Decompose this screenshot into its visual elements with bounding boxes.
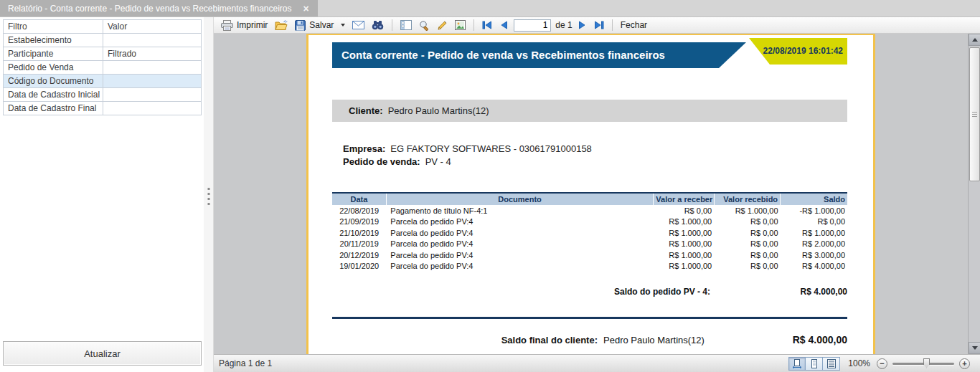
page-number-input[interactable] (514, 19, 551, 32)
cell-valor-a-receber: R$ 1.000,00 (654, 249, 714, 261)
pencil-icon (437, 20, 448, 31)
multi-page-icon (826, 359, 837, 368)
pedido-line: Pedido de venda:PV - 4 (343, 156, 847, 168)
panel-splitter[interactable] (204, 17, 214, 372)
cell-valor-recebido: R$ 0,00 (714, 261, 780, 272)
cell-valor-recebido: R$ 1.000,00 (714, 205, 780, 216)
cell-documento: Pagamento de título NF-4:1 (386, 205, 654, 216)
filter-value-cell[interactable] (103, 102, 202, 115)
report-table-row: 21/10/2019 Parcela do pedido PV:4 R$ 1.0… (332, 227, 847, 239)
report-table-header-row: Data Documento Valor a receber Valor rec… (332, 193, 847, 205)
edit-button[interactable] (435, 19, 449, 32)
vertical-scrollbar[interactable] (968, 34, 980, 354)
filter-name-cell[interactable]: Pedido de Venda (4, 61, 103, 75)
filter-value-cell[interactable] (103, 88, 202, 102)
filter-row[interactable]: Estabelecimento (4, 34, 202, 47)
open-button[interactable] (273, 19, 289, 31)
report-datetime: 22/08/2019 16:01:42 (763, 46, 843, 56)
cell-data: 19/01/2020 (332, 261, 386, 272)
report-table-row: 22/08/2019 Pagamento de título NF-4:1 R$… (332, 205, 847, 216)
splitter-grip-icon[interactable] (207, 188, 209, 205)
col-header-documento: Documento (386, 193, 654, 205)
email-button[interactable] (351, 20, 366, 30)
report-page: Conta corrente - Pedido de venda vs Rece… (306, 34, 875, 354)
multi-page-button[interactable] (823, 357, 840, 371)
filter-value-cell[interactable] (103, 34, 202, 47)
saldo-final-value: R$ 4.000,00 (705, 334, 847, 345)
zoom-out-icon: − (880, 359, 884, 368)
filter-value-cell[interactable]: Filtrado (103, 47, 202, 61)
fechar-button[interactable]: Fechar (619, 19, 649, 31)
cell-valor-a-receber: R$ 1.000,00 (654, 227, 714, 239)
zoom-in-button[interactable]: + (959, 358, 970, 369)
scrollbar-thumb[interactable] (969, 47, 980, 181)
thumbnails-button[interactable] (399, 19, 413, 31)
col-header-valor-a-receber: Valor a receber (654, 193, 714, 205)
save-dropdown-button[interactable] (339, 23, 347, 27)
report-table-row: 20/11/2019 Parcela do pedido PV:4 R$ 1.0… (332, 239, 847, 250)
close-icon[interactable]: × (303, 4, 309, 14)
filter-row[interactable]: Pedido de Venda (4, 61, 202, 75)
prev-page-button[interactable] (498, 20, 509, 30)
filter-row[interactable]: Data de Cadastro Final (4, 102, 202, 115)
cell-saldo: R$ 4.000,00 (781, 261, 847, 272)
search-button[interactable] (370, 19, 385, 31)
print-label: Imprimir (237, 20, 268, 30)
save-button[interactable]: Salvar (293, 19, 335, 32)
cell-data: 20/12/2019 (332, 249, 386, 261)
zoom-slider[interactable] (892, 363, 954, 365)
filter-grid: Filtro Valor Estabelecimento Participant… (3, 19, 202, 115)
report-datetime-badge: 22/08/2019 16:01:42 (749, 38, 847, 65)
col-header-saldo: Saldo (781, 193, 847, 205)
first-page-button[interactable] (481, 20, 494, 30)
last-page-button[interactable] (593, 20, 606, 30)
cliente-band: Cliente:Pedro Paulo Martins(12) (332, 100, 847, 122)
scroll-up-button[interactable] (969, 34, 980, 46)
page-setup-button[interactable] (418, 19, 431, 32)
filter-value-cell[interactable] (103, 61, 202, 75)
filter-row[interactable]: Data de Cadastro Inicial (4, 88, 202, 102)
next-page-button[interactable] (577, 20, 588, 30)
filter-name-cell[interactable]: Estabelecimento (4, 34, 103, 47)
page-width-button[interactable] (788, 357, 806, 371)
zoom-out-button[interactable]: − (877, 358, 887, 369)
cell-documento: Parcela do pedido PV:4 (386, 227, 654, 239)
cell-saldo: R$ 2.000,00 (781, 239, 847, 250)
filter-row[interactable]: Participante Filtrado (4, 47, 202, 61)
single-page-icon (809, 359, 819, 368)
filter-grid-body: Filtro Valor Estabelecimento Participant… (4, 20, 202, 115)
zoom-slider-thumb[interactable] (923, 358, 930, 368)
filter-name-cell[interactable]: Código do Documento (4, 75, 103, 88)
save-label: Salvar (309, 20, 334, 30)
page-width-icon (792, 359, 802, 368)
cell-data: 21/09/2019 (332, 216, 386, 228)
watermark-button[interactable] (453, 19, 467, 31)
cliente-label: Cliente: (349, 105, 383, 116)
binoculars-icon (372, 20, 384, 30)
zoom-level: 100% (848, 358, 870, 368)
filter-name-cell[interactable]: Participante (4, 47, 103, 61)
cell-saldo: -R$ 1.000,00 (781, 205, 847, 216)
caret-down-icon (341, 24, 345, 27)
filter-header-row: Filtro Valor (4, 20, 202, 34)
filter-row[interactable]: Código do Documento (4, 75, 202, 88)
cell-valor-recebido: R$ 0,00 (714, 239, 780, 250)
filter-header-valor: Valor (103, 20, 202, 34)
last-page-icon (594, 21, 604, 29)
scroll-down-button[interactable] (969, 342, 980, 354)
filter-value-cell[interactable] (103, 75, 202, 88)
filter-name-cell[interactable]: Data de Cadastro Final (4, 102, 103, 115)
cell-valor-recebido: R$ 0,00 (714, 249, 780, 261)
view-mode-buttons (788, 357, 840, 371)
pedido-value: PV - 4 (420, 156, 451, 167)
report-toolbar: Imprimir Salvar (214, 17, 980, 34)
filter-name-cell[interactable]: Data de Cadastro Inicial (4, 88, 103, 102)
single-page-button[interactable] (806, 357, 823, 371)
tab-relatorio[interactable]: Relatório - Conta corrente - Pedido de v… (0, 0, 318, 16)
print-button[interactable]: Imprimir (220, 19, 269, 32)
atualizar-button[interactable]: Atualizar (3, 341, 202, 366)
thumbnails-panel-icon (400, 20, 412, 30)
first-page-icon (482, 21, 492, 29)
zoom-in-icon: + (962, 359, 966, 368)
empresa-label: Empresa: (343, 143, 385, 154)
